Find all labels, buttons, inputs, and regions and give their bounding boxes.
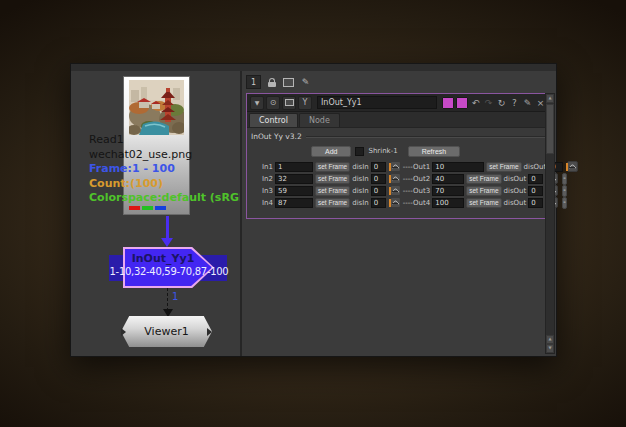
tab-node[interactable]: Node	[299, 113, 340, 127]
read-node-count: Count:(100)	[89, 177, 240, 192]
revert-icon[interactable]: ↻	[496, 98, 507, 108]
read-to-inout-connector	[166, 216, 169, 240]
disin-label: disIn	[352, 199, 369, 207]
set-frame-out-button[interactable]: set Frame	[466, 186, 501, 196]
disin-value-input[interactable]	[371, 162, 386, 172]
panel-header: ▼ ⊙ Y ↶ ↷ ↻ ? ✎ ×	[247, 94, 549, 112]
out-value-input[interactable]	[432, 198, 464, 208]
scrollbar-thumb[interactable]	[546, 104, 554, 154]
undo-icon[interactable]: ↶	[470, 98, 481, 108]
center-node-icon[interactable]: ⊙	[266, 96, 280, 110]
collapse-panel-icon[interactable]: ▼	[250, 96, 264, 110]
panel-focus-icon[interactable]	[282, 76, 295, 88]
disin-label: disIn	[352, 175, 369, 183]
disout-label: disOut	[524, 163, 547, 171]
disin-value-input[interactable]	[371, 174, 386, 184]
remove-row-button[interactable]: -	[562, 185, 567, 197]
green-channel-chip	[142, 206, 153, 210]
disout-label: disOut	[504, 187, 527, 195]
disin-value-input[interactable]	[371, 198, 386, 208]
disout-value-input[interactable]	[528, 174, 543, 184]
shrink-label: Shrink-1	[368, 147, 397, 155]
disin-label: disIn	[352, 187, 369, 195]
max-panels-count[interactable]: 1	[246, 75, 261, 89]
in-value-input[interactable]	[275, 186, 313, 196]
inout-node-ranges: 1-10,32-40,59-70,87-100	[99, 266, 239, 277]
inout-properties-panel: ▼ ⊙ Y ↶ ↷ ↻ ? ✎ × Control Node InOu	[246, 93, 550, 219]
gl-color-swatch[interactable]	[456, 97, 468, 109]
read-node-colorspace: Colorspace:default (sRGB)	[89, 191, 240, 206]
blue-channel-chip	[155, 206, 166, 210]
disout-value-input[interactable]	[528, 198, 543, 208]
inout-row-4: In4 set Frame disIn ----Out4 set Frame d…	[262, 197, 545, 208]
read-thumbnail	[129, 80, 184, 135]
out-value-input[interactable]	[432, 186, 464, 196]
viewer-right-notch	[207, 328, 212, 336]
panel-body: InOut Yy v3.2 Add Shrink-1 Refresh In1 s…	[247, 128, 549, 218]
properties-toolbar: 1 ✎	[246, 75, 312, 89]
inout-row-3: In3 set Frame disIn ----Out3 set Frame d…	[262, 185, 545, 196]
read-to-inout-arrowhead	[161, 238, 173, 247]
out-value-input[interactable]	[432, 162, 484, 172]
read-node-title: Read1	[89, 133, 240, 148]
add-button[interactable]: Add	[311, 146, 351, 157]
read-node-info: Read1 wechat02_use.png Frame:1 - 100 Cou…	[89, 133, 240, 206]
viewer-left-notch	[121, 328, 126, 336]
set-frame-in-button[interactable]: set Frame	[315, 174, 350, 184]
in-label: In3	[262, 187, 273, 195]
scroll-down-icon[interactable]: ▼	[546, 344, 554, 353]
shrink-checkbox[interactable]	[355, 147, 364, 156]
viewer-node[interactable]: Viewer1	[121, 316, 212, 347]
scroll-up-icon[interactable]: ▲	[546, 94, 554, 103]
set-frame-in-button[interactable]: set Frame	[315, 198, 350, 208]
pencil-icon[interactable]: ✎	[299, 76, 312, 88]
in-label: In2	[262, 175, 273, 183]
inout-node-title: InOut_Yy1	[123, 252, 203, 265]
tab-control[interactable]: Control	[249, 113, 298, 127]
node-name-field[interactable]	[317, 96, 437, 109]
help-icon[interactable]: ?	[509, 98, 520, 108]
viewer-input-number: 1	[172, 291, 178, 302]
set-frame-out-button[interactable]: set Frame	[466, 198, 501, 208]
inout-to-viewer-arrowhead	[163, 309, 173, 317]
set-frame-out-button[interactable]: set Frame	[466, 174, 501, 184]
plugin-version-label: InOut Yy v3.2	[251, 132, 302, 141]
scroll-up-icon[interactable]: ▲	[546, 335, 554, 344]
remove-row-button[interactable]: -	[562, 197, 567, 209]
float-panel-icon[interactable]	[282, 96, 296, 110]
out-label: ----Out3	[403, 187, 430, 195]
red-channel-chip	[129, 206, 140, 210]
in-label: In4	[262, 199, 273, 207]
lock-icon[interactable]	[265, 76, 278, 88]
disout-value-input[interactable]	[528, 186, 543, 196]
disin-label: disIn	[352, 163, 369, 171]
refresh-button[interactable]: Refresh	[408, 146, 461, 157]
out-label: ----Out4	[403, 199, 430, 207]
in-value-input[interactable]	[275, 198, 313, 208]
out-value-input[interactable]	[432, 174, 464, 184]
read-node-filename: wechat02_use.png	[89, 148, 240, 163]
disout-label: disOut	[504, 175, 527, 183]
tile-color-swatch[interactable]	[442, 97, 454, 109]
inout-row-1: In1 set Frame disIn ----Out1 set Frame d…	[262, 161, 545, 172]
panel-tabs: Control Node	[247, 112, 549, 128]
set-frame-in-button[interactable]: set Frame	[315, 162, 350, 172]
properties-scrollbar[interactable]: ▲ ▲ ▼	[545, 93, 555, 354]
in-value-input[interactable]	[275, 162, 313, 172]
redo-icon[interactable]: ↷	[483, 98, 494, 108]
divider-line	[306, 136, 545, 138]
set-frame-in-button[interactable]: set Frame	[315, 186, 350, 196]
read-node-frame-range: Frame:1 - 100	[89, 162, 240, 177]
properties-pane: 1 ✎ ▼ ⊙ Y ↶ ↷ ↻ ? ✎ × Control	[242, 71, 556, 356]
in-value-input[interactable]	[275, 174, 313, 184]
node-color-icon[interactable]: Y	[298, 96, 312, 110]
channel-chips	[129, 206, 166, 210]
out-label: ----Out2	[403, 175, 430, 183]
app-window: Read1 wechat02_use.png Frame:1 - 100 Cou…	[70, 63, 557, 357]
disin-value-input[interactable]	[371, 186, 386, 196]
in-label: In1	[262, 163, 273, 171]
script-icon[interactable]: ✎	[522, 98, 533, 108]
set-frame-out-button[interactable]: set Frame	[486, 162, 521, 172]
node-graph-pane[interactable]: Read1 wechat02_use.png Frame:1 - 100 Cou…	[71, 71, 240, 356]
remove-row-button[interactable]: -	[562, 173, 567, 185]
